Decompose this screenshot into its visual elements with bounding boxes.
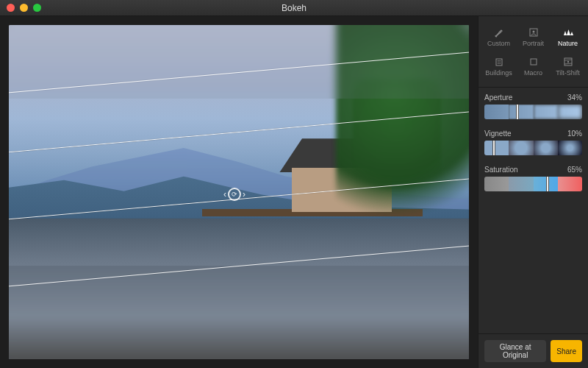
slider-label: Saturation (484, 166, 518, 174)
tilt-icon (551, 54, 585, 69)
minimize-icon[interactable] (20, 4, 28, 12)
divider (478, 87, 588, 88)
glance-original-button[interactable]: Glance at Original (484, 340, 546, 362)
slider-thumb[interactable] (492, 141, 495, 155)
slider-panel: Aperture 34% V (478, 93, 588, 202)
focus-rotate-handle[interactable]: ‹ ⟳ › (220, 185, 248, 203)
photo-preview[interactable]: ‹ ⟳ › (9, 25, 469, 359)
fullscreen-icon[interactable] (33, 4, 41, 12)
brush-icon (481, 25, 516, 40)
slider-value: 65% (567, 166, 582, 174)
slider-track-vignette[interactable] (484, 141, 582, 155)
slider-vignette: Vignette 10% (484, 130, 582, 155)
svg-rect-6 (499, 63, 501, 64)
preset-portrait[interactable]: Portrait (516, 22, 551, 52)
preset-label: Nature (551, 40, 585, 47)
close-icon[interactable] (7, 4, 15, 12)
person-icon (516, 25, 551, 40)
sidebar-footer: Glance at Original Share (478, 333, 588, 368)
preset-label: Buildings (481, 69, 516, 77)
svg-rect-7 (531, 59, 537, 65)
preset-label: Macro (516, 69, 551, 77)
window-controls (0, 4, 41, 12)
preset-tiltshift[interactable]: Tilt-Shift (551, 52, 585, 81)
preset-label: Portrait (516, 40, 551, 47)
slider-label: Vignette (484, 130, 512, 138)
square-icon (516, 54, 551, 69)
preset-label: Tilt-Shift (551, 69, 585, 77)
titlebar: Bokeh (0, 0, 588, 16)
rotate-icon: ⟳ (228, 188, 241, 201)
app-window: Bokeh (0, 0, 588, 368)
building-icon (481, 54, 516, 69)
window-title: Bokeh (0, 3, 588, 13)
preset-buildings[interactable]: Buildings (481, 52, 516, 81)
slider-thumb[interactable] (546, 177, 549, 191)
slider-label: Aperture (484, 93, 512, 102)
sidebar: Custom Portrait Nature Buildings (478, 16, 588, 368)
arrow-left-icon: ‹ (222, 189, 228, 199)
preset-custom[interactable]: Custom (481, 22, 516, 52)
svg-rect-2 (496, 59, 502, 66)
svg-line-10 (564, 60, 572, 60)
canvas-area: ‹ ⟳ › (0, 16, 478, 368)
trees-icon (551, 25, 585, 40)
svg-rect-5 (498, 63, 499, 64)
blur-region-top (9, 25, 469, 99)
svg-rect-3 (498, 60, 499, 62)
slider-saturation: Saturation 65% (484, 166, 582, 191)
slider-thumb[interactable] (516, 105, 519, 119)
slider-value: 10% (567, 130, 582, 138)
svg-line-11 (564, 63, 572, 64)
arrow-right-icon: › (241, 189, 247, 199)
slider-value: 34% (567, 93, 582, 102)
preset-macro[interactable]: Macro (516, 52, 551, 81)
svg-rect-4 (499, 60, 501, 62)
preset-label: Custom (481, 40, 516, 47)
svg-point-9 (567, 61, 568, 63)
svg-point-1 (532, 31, 534, 33)
slider-track-aperture[interactable] (484, 105, 582, 119)
share-button[interactable]: Share (551, 340, 582, 362)
preset-nature[interactable]: Nature (551, 22, 585, 52)
app-body: ‹ ⟳ › Custom Portrait (0, 16, 588, 368)
slider-track-saturation[interactable] (484, 177, 582, 191)
preset-grid: Custom Portrait Nature Buildings (478, 16, 588, 85)
slider-aperture: Aperture 34% (484, 93, 582, 119)
